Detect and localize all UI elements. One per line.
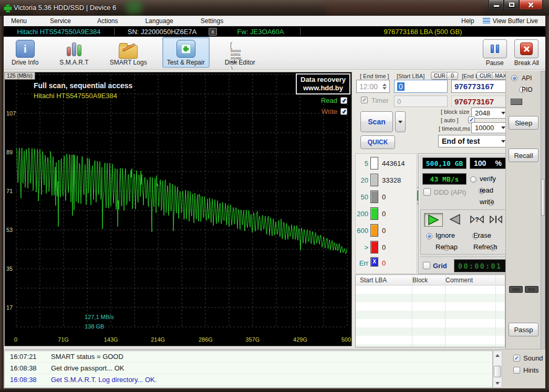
block-size-select[interactable]: 2048 bbox=[471, 108, 509, 119]
y-axis-unit-tag: 125 (MB/s) bbox=[5, 72, 35, 80]
break-all-icon bbox=[520, 43, 533, 55]
scrollbar-thumb[interactable] bbox=[494, 366, 501, 377]
verify-radio[interactable] bbox=[470, 176, 477, 183]
drive-info-bar: Hitachi HTS547550A9E384 SN: J2200050HZ6E… bbox=[4, 26, 545, 37]
api-label: API bbox=[522, 75, 532, 82]
seek-test-button[interactable]: ? bbox=[468, 213, 487, 227]
menu-item-actions[interactable]: Actions bbox=[92, 16, 123, 26]
counter-label: 50 bbox=[357, 193, 368, 201]
end-of-test-select[interactable]: End of test bbox=[438, 135, 509, 147]
scroll-up-button[interactable] bbox=[494, 352, 501, 358]
table-header-block[interactable]: Block bbox=[412, 277, 446, 284]
maximize-button[interactable] bbox=[504, 0, 519, 10]
read-legend: Read ✓ bbox=[321, 97, 347, 104]
titlebar-reflection bbox=[326, 0, 483, 15]
api-radio[interactable] bbox=[511, 75, 517, 81]
toolbar: i Drive Info S.M.A.R.T SMART Logs Test &… bbox=[4, 37, 545, 70]
start-lba-input[interactable]: 0 bbox=[394, 80, 448, 93]
write-mode-label: write bbox=[480, 198, 494, 206]
ddd-checkbox[interactable] bbox=[423, 188, 431, 196]
passp-button[interactable]: Passp bbox=[509, 323, 538, 336]
remap-label: Remap bbox=[436, 243, 458, 251]
ddd-label: DDD (API) bbox=[434, 188, 466, 196]
panel-scrollbar[interactable] bbox=[541, 71, 545, 349]
svg-text:0: 0 bbox=[14, 336, 17, 343]
end-lba-input[interactable]: 976773167 bbox=[451, 80, 507, 93]
block-time-counters: 5 443614 20 33328 50 0 200 0 600 0 > 0 E… bbox=[355, 153, 417, 274]
menu-item-menu[interactable]: Menu bbox=[6, 16, 32, 26]
play-backward-button[interactable] bbox=[446, 213, 465, 227]
drive-info-button[interactable]: i Drive Info bbox=[7, 37, 43, 68]
minimize-button[interactable] bbox=[489, 0, 504, 10]
menu-item-view-buffer-live[interactable]: View Buffer Live bbox=[480, 17, 545, 25]
ignore-radio[interactable] bbox=[426, 233, 432, 239]
svg-text:286G: 286G bbox=[199, 336, 213, 343]
verify-label: verify bbox=[480, 175, 496, 183]
titlebar-reflection bbox=[126, 1, 142, 14]
counter-count: 0 bbox=[382, 210, 386, 218]
chevron-down-icon bbox=[501, 140, 505, 143]
scroll-down-button[interactable] bbox=[494, 380, 501, 386]
break-all-button[interactable] bbox=[514, 39, 538, 58]
svg-text:143G: 143G bbox=[104, 336, 118, 343]
smart-logs-button[interactable]: SMART Logs bbox=[105, 37, 152, 68]
svg-text:214G: 214G bbox=[151, 336, 165, 343]
start-lba-cur-button[interactable]: CUR bbox=[431, 72, 449, 80]
quick-button[interactable]: QUICK bbox=[360, 135, 395, 149]
svg-text:500: 500 bbox=[341, 336, 351, 343]
counter-block bbox=[370, 174, 378, 186]
scan-button[interactable]: Scan bbox=[360, 111, 393, 132]
error-block: X bbox=[370, 257, 378, 267]
close-button[interactable] bbox=[519, 0, 543, 10]
current-lba-display: 976773167 bbox=[451, 96, 507, 107]
menu-item-service[interactable]: Service bbox=[45, 16, 76, 26]
divider bbox=[495, 275, 496, 347]
test-repair-button[interactable]: Test & Repair bbox=[162, 37, 210, 68]
graph-title: Full scan, sequential access bbox=[34, 81, 132, 90]
sleep-button[interactable]: Sleep bbox=[509, 116, 538, 130]
smart-button[interactable]: S.M.A.R.T bbox=[55, 37, 93, 68]
recall-button[interactable]: Recall bbox=[509, 149, 538, 162]
svg-text:107: 107 bbox=[6, 110, 16, 116]
timeout-select[interactable]: 10000 bbox=[471, 122, 509, 133]
disk-editor-button[interactable]: 010110 110011 101000 0001 Disk Editor bbox=[220, 37, 260, 68]
defect-table-body[interactable] bbox=[356, 285, 505, 347]
read-checkbox[interactable]: ✓ bbox=[340, 97, 347, 104]
scan-dropdown-button[interactable] bbox=[395, 111, 406, 132]
log-list[interactable]: 16:07:21 SMART status = GOOD 16:08:38 Ge… bbox=[4, 351, 493, 388]
play-forward-button[interactable] bbox=[424, 213, 443, 227]
drive-model[interactable]: Hitachi HTS547550A9E384 bbox=[4, 28, 114, 36]
wr-button[interactable]: WR bbox=[509, 286, 523, 293]
end-time-spinner[interactable] bbox=[382, 83, 387, 90]
table-header-start-lba[interactable]: Start LBA bbox=[360, 277, 412, 284]
start-lba-zero-button[interactable]: 0 bbox=[447, 72, 458, 80]
counter-label: Err bbox=[357, 259, 368, 267]
drive-capacity: 976773168 LBA (500 GB) bbox=[301, 28, 545, 36]
butterfly-test-button[interactable] bbox=[488, 213, 505, 227]
scrollbar-thumb[interactable] bbox=[541, 179, 545, 216]
menu-item-settings[interactable]: Settings bbox=[195, 16, 229, 26]
table-header-comment[interactable]: Comment bbox=[446, 277, 473, 284]
rd-button[interactable]: RD bbox=[525, 286, 538, 293]
menu-item-help[interactable]: Help bbox=[456, 16, 480, 26]
timer-input: 0 bbox=[394, 96, 448, 107]
sound-checkbox[interactable]: ✓ bbox=[513, 355, 520, 362]
hints-checkbox[interactable] bbox=[513, 367, 520, 374]
log-area: 16:07:21 SMART status = GOOD 16:08:38 Ge… bbox=[4, 350, 545, 388]
write-checkbox[interactable]: ✓ bbox=[340, 108, 347, 115]
grid-checkbox[interactable] bbox=[423, 262, 430, 269]
counter-count: 0 bbox=[382, 259, 386, 267]
svg-text:71G: 71G bbox=[58, 336, 69, 343]
log-scrollbar[interactable] bbox=[493, 351, 502, 388]
chevron-down-icon bbox=[501, 126, 505, 129]
log-entry: 16:08:38 Get drive passport... OK bbox=[5, 363, 492, 374]
menu-item-language[interactable]: Language bbox=[140, 16, 178, 26]
counter-label: 5 bbox=[357, 160, 368, 167]
timer-checkbox[interactable]: ✓ bbox=[361, 97, 368, 103]
pause-button[interactable] bbox=[483, 39, 507, 58]
end-time-input[interactable]: 12:00 bbox=[356, 80, 390, 93]
break-control: Break All bbox=[514, 37, 539, 67]
counter-block bbox=[370, 190, 378, 203]
block-size-label: [ block size ] bbox=[441, 109, 473, 115]
drive-close-button[interactable]: x bbox=[209, 28, 217, 36]
